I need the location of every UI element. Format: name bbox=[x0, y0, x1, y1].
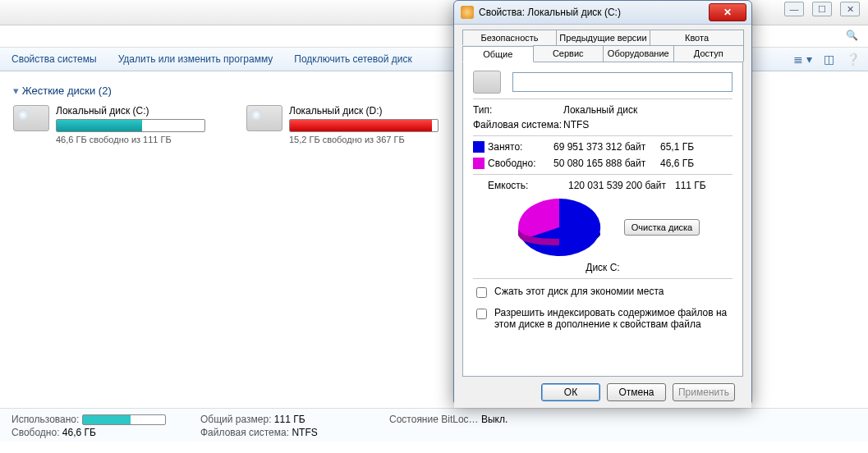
ok-button[interactable]: ОК bbox=[541, 383, 600, 401]
fs-value: NTFS bbox=[292, 427, 317, 438]
tab-sharing[interactable]: Доступ bbox=[673, 45, 745, 62]
used-label: Использовано: bbox=[11, 414, 79, 425]
tab-general[interactable]: Общие bbox=[462, 46, 534, 62]
tab-quota[interactable]: Квота bbox=[650, 30, 744, 45]
dialog-title: Свойства: Локальный диск (C:) bbox=[479, 7, 621, 18]
minimize-icon[interactable]: — bbox=[784, 2, 804, 16]
drive-usage-bar bbox=[56, 119, 205, 132]
free-label: Свободно: bbox=[488, 158, 553, 169]
used-label: Занято: bbox=[488, 141, 553, 153]
cancel-button[interactable]: Отмена bbox=[607, 383, 666, 401]
drive-icon bbox=[461, 6, 474, 19]
pie-label: Диск C: bbox=[473, 262, 733, 273]
total-value: 111 ГБ bbox=[274, 414, 305, 425]
close-icon[interactable]: ✕ bbox=[840, 2, 860, 16]
drive-icon bbox=[13, 105, 49, 131]
compress-label: Сжать этот диск для экономии места bbox=[494, 286, 664, 297]
tab-previous-versions[interactable]: Предыдущие версии bbox=[556, 30, 650, 45]
capacity-bytes: 120 031 539 200 байт bbox=[568, 180, 675, 191]
drive-free-text: 46,6 ГБ свободно из 111 ГБ bbox=[56, 135, 205, 144]
used-gb: 65,1 ГБ bbox=[660, 141, 710, 153]
maximize-icon[interactable]: ☐ bbox=[812, 2, 832, 16]
close-button[interactable]: ✕ bbox=[709, 3, 746, 21]
tab-tools[interactable]: Сервис bbox=[533, 45, 604, 62]
free-label: Свободно: bbox=[11, 427, 60, 438]
used-bytes: 69 951 373 312 байт bbox=[553, 141, 660, 153]
drive-icon bbox=[246, 105, 282, 131]
capacity-gb: 111 ГБ bbox=[675, 180, 724, 191]
uninstall-program-link[interactable]: Удалить или изменить программу bbox=[118, 53, 273, 65]
fs-label: Файловая система: bbox=[473, 119, 563, 130]
index-checkbox[interactable] bbox=[476, 309, 487, 319]
free-value: 46,6 ГБ bbox=[62, 427, 96, 438]
volume-label-input[interactable] bbox=[512, 72, 733, 92]
properties-dialog: Свойства: Локальный диск (C:) ✕ Безопасн… bbox=[453, 0, 752, 404]
fs-value: NTFS bbox=[563, 119, 733, 130]
bitlocker-label: Состояние BitLoc… bbox=[389, 414, 479, 425]
drive-usage-bar bbox=[289, 119, 439, 132]
drive-label: Локальный диск (D:) bbox=[289, 105, 439, 117]
free-bytes: 50 080 165 888 байт bbox=[553, 158, 660, 169]
type-label: Тип: bbox=[473, 104, 563, 116]
map-network-drive-link[interactable]: Подключить сетевой диск bbox=[294, 53, 411, 65]
system-properties-link[interactable]: Свойства системы bbox=[11, 53, 97, 65]
help-icon[interactable]: ❔ bbox=[846, 53, 860, 66]
view-options-icon[interactable]: ≣ ▾ bbox=[793, 53, 812, 66]
drive-label: Локальный диск (C:) bbox=[56, 105, 205, 117]
drive-item-d[interactable]: Локальный диск (D:) 15,2 ГБ свободно из … bbox=[246, 105, 439, 144]
used-mini-bar bbox=[82, 414, 166, 425]
used-color-swatch bbox=[473, 141, 485, 153]
index-label: Разрешить индексировать содержимое файло… bbox=[494, 307, 733, 330]
usage-pie-chart bbox=[506, 194, 613, 260]
search-icon[interactable]: 🔍 bbox=[846, 30, 858, 41]
type-value: Локальный диск bbox=[563, 104, 733, 116]
tab-panel-general: Тип: Локальный диск Файловая система: NT… bbox=[462, 62, 743, 377]
dialog-titlebar[interactable]: Свойства: Локальный диск (C:) ✕ bbox=[454, 1, 751, 25]
total-label: Общий размер: bbox=[200, 414, 271, 425]
disk-cleanup-button[interactable]: Очистка диска bbox=[624, 219, 700, 236]
tab-security[interactable]: Безопасность bbox=[462, 30, 557, 45]
capacity-label: Емкость: bbox=[488, 180, 568, 191]
drive-item-c[interactable]: Локальный диск (C:) 46,6 ГБ свободно из … bbox=[13, 105, 205, 144]
drive-icon bbox=[473, 71, 501, 94]
apply-button[interactable]: Применить bbox=[673, 383, 735, 401]
compress-checkbox-row[interactable]: Сжать этот диск для экономии места bbox=[473, 286, 733, 300]
drive-free-text: 15,2 ГБ свободно из 367 ГБ bbox=[289, 135, 439, 144]
free-gb: 46,6 ГБ bbox=[660, 158, 710, 169]
tab-hardware[interactable]: Оборудование bbox=[603, 45, 674, 62]
bitlocker-value: Выкл. bbox=[481, 414, 507, 425]
fs-label: Файловая система: bbox=[200, 427, 289, 438]
preview-pane-icon[interactable]: ◫ bbox=[824, 53, 834, 66]
free-color-swatch bbox=[473, 158, 485, 169]
details-pane: Использовано: Общий размер: 111 ГБ Состо… bbox=[0, 408, 868, 442]
index-checkbox-row[interactable]: Разрешить индексировать содержимое файло… bbox=[473, 307, 733, 330]
compress-checkbox[interactable] bbox=[476, 287, 487, 298]
